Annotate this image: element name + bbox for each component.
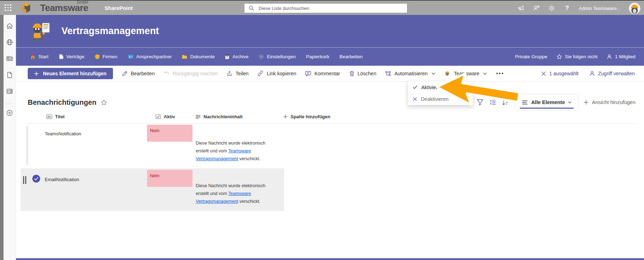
megaphone-icon[interactable] [518, 5, 525, 12]
sidebar-divider [5, 104, 14, 104]
edit-command[interactable]: Bearbeiten [122, 71, 155, 76]
trash-icon [349, 71, 355, 76]
automate-command[interactable]: Automatisieren [385, 71, 435, 76]
list-settings-icon[interactable] [486, 96, 499, 109]
view-selector-tab[interactable]: Alle Elemente [515, 94, 578, 110]
news-icon[interactable] [6, 55, 13, 63]
nav-item-ansprechpartner[interactable]: Ansprechpartner [128, 54, 172, 59]
list-head: Benachrichtigungen [28, 94, 637, 110]
yesno-column-icon [156, 114, 161, 119]
nav-item-firmen[interactable]: Firmen [95, 54, 118, 59]
row-selected-check-icon[interactable] [32, 175, 40, 183]
home-icon[interactable] [6, 22, 13, 30]
globe-icon[interactable] [6, 38, 13, 46]
chevron-down-icon [568, 101, 572, 103]
list-icon[interactable] [6, 87, 13, 95]
undo-command[interactable]: Rückgängig machen [164, 71, 218, 76]
row-hover-bar [26, 126, 28, 165]
nav-item-einstellungen[interactable]: Einstellungen [259, 54, 296, 59]
comment-command[interactable]: Kommentar [305, 71, 340, 76]
footer-bar [16, 258, 644, 260]
automate-icon [385, 71, 391, 76]
copy-link-command[interactable]: Link kopieren [258, 71, 296, 76]
teamsware-logo-icon [20, 2, 32, 14]
idcard-icon [128, 54, 134, 59]
window-edge [0, 15, 4, 260]
column-header-aktiv[interactable]: Aktiv [156, 114, 175, 119]
column-header-nachrichteninhalt[interactable]: Nachrichteninhalt [195, 114, 243, 119]
members-button[interactable]: 1 Mitglied [607, 54, 635, 59]
account-name[interactable]: Admin Teamsware... [579, 6, 621, 11]
aktiv-cell[interactable]: Nein [147, 170, 193, 187]
nav-meta: Private Gruppe Sie folgen nicht 1 Mitgli… [515, 54, 635, 59]
filter-icon[interactable] [473, 96, 486, 109]
nav-label: Start [38, 54, 49, 59]
nav-label: Einstellungen [267, 54, 296, 59]
add-view-button[interactable]: Ansicht hinzufügen [584, 99, 635, 105]
product-label: SharePoint [104, 5, 132, 11]
message-cell: Diese Nachricht wurde elektronisch erste… [196, 182, 271, 205]
nav-item-dokumente[interactable]: Dokumente [182, 54, 215, 59]
document-icon[interactable] [6, 71, 13, 79]
nav-label: Bearbeiten [340, 54, 363, 59]
aktiv-cell[interactable]: Nein [147, 125, 193, 142]
table-header: Ab Titel Aktiv Nachrichteninhalt [27, 113, 638, 124]
message-cell: Diese Nachricht wurde elektronisch erste… [196, 139, 271, 163]
current-view-label: Alle Elemente [531, 99, 565, 105]
nav-item-bearbeiten[interactable]: Bearbeiten [340, 54, 363, 59]
x-icon [413, 97, 417, 101]
comment-icon [305, 71, 311, 76]
row-title[interactable]: TeamsNotification [45, 131, 81, 136]
app-launcher-icon[interactable] [5, 4, 12, 11]
search-icon [249, 5, 254, 11]
nav-label: Dokumente [190, 54, 215, 59]
sort-icon[interactable] [499, 96, 512, 109]
gear-icon[interactable] [548, 5, 555, 12]
site-navbar: Start Verträge Firmen [16, 47, 644, 66]
avatar[interactable] [629, 2, 640, 14]
star-icon [557, 54, 562, 59]
share-command[interactable]: Teilen [227, 71, 249, 76]
table-row-selected[interactable]: EmailNotification Nein Diese Nachricht w… [16, 168, 644, 211]
svg-text:Ab: Ab [47, 115, 51, 118]
add-column-button[interactable]: Spalte hinzufügen [283, 114, 330, 119]
teamsware-command[interactable]: Teamsware [444, 71, 487, 76]
menu-item-aktivieren[interactable]: Aktivieren [408, 81, 473, 93]
nav-label: Verträge [66, 54, 85, 59]
clear-selection-button[interactable]: 1 ausgewählt [541, 71, 579, 76]
help-icon[interactable]: ? [563, 5, 570, 12]
link-icon [258, 71, 264, 76]
more-commands-icon[interactable]: ••• [496, 70, 504, 77]
table-row[interactable]: TeamsNotification Nein Diese Nachricht w… [16, 124, 644, 168]
nav-item-vertraege[interactable]: Verträge [59, 54, 85, 59]
topbar: Teamsware GmbH SharePoint [0, 0, 644, 15]
search-box[interactable] [244, 3, 407, 13]
nav-item-archive[interactable]: Archive [225, 54, 248, 59]
share-icon [227, 71, 232, 76]
chevron-down-icon [432, 72, 435, 75]
topbar-actions: ? Admin Teamsware... [518, 1, 640, 16]
manage-access-button[interactable]: Zugriff verwalten [589, 71, 635, 76]
delete-command[interactable]: Löschen [349, 71, 377, 76]
new-element-button[interactable]: Neues Element hinzufügen [28, 68, 113, 79]
share-person-icon[interactable] [533, 5, 540, 12]
page-icon [59, 54, 64, 59]
follow-button[interactable]: Sie folgen nicht [557, 54, 597, 59]
private-group-label: Private Gruppe [515, 54, 547, 59]
list-title: Benachrichtigungen [28, 98, 96, 107]
site-logo-icon[interactable] [29, 20, 52, 42]
column-header-titel[interactable]: Ab Titel [46, 114, 65, 119]
nav-item-papierkorb[interactable]: Papierkorb [306, 54, 329, 59]
nav-item-start[interactable]: Start [30, 54, 49, 59]
archive-icon [225, 54, 229, 59]
site-header: Vertragsmanagement [16, 15, 644, 47]
drag-handle[interactable] [23, 176, 26, 184]
menu-item-deaktivieren[interactable]: Deaktivieren [408, 93, 473, 105]
multiline-column-icon [195, 115, 201, 119]
command-bar-right: 1 ausgewählt Zugriff verwalten [541, 71, 644, 76]
favorite-star-icon[interactable] [101, 99, 107, 105]
person-icon [607, 54, 612, 59]
search-input[interactable] [258, 5, 407, 11]
row-title[interactable]: EmailNotification [45, 177, 79, 182]
add-icon[interactable] [6, 109, 13, 117]
